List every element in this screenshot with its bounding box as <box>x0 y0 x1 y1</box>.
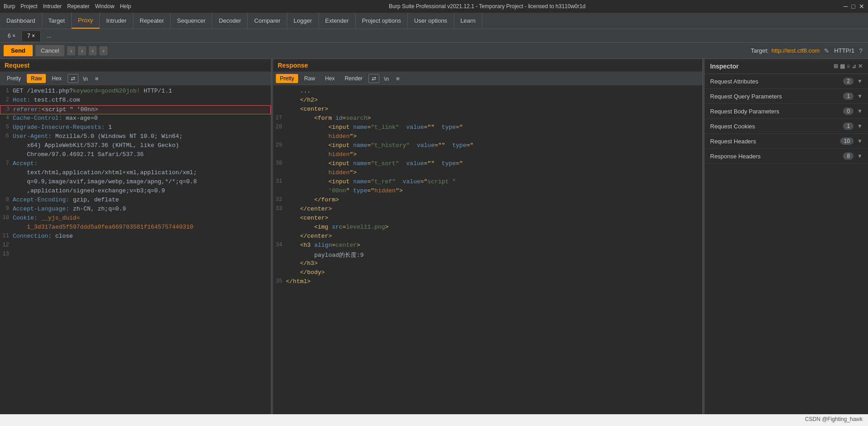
request-line-6b: x64) AppleWebKit/537.36 (KHTML, like Gec… <box>0 142 271 151</box>
response-panel: Response Pretty Raw Hex Render ⇄ \n ≡ ..… <box>273 59 703 414</box>
inspector-icon-align[interactable]: ≡ <box>847 63 850 69</box>
response-tab-hex[interactable]: Hex <box>321 74 338 83</box>
http-version-label: HTTP/1 <box>834 47 854 54</box>
minimize-btn[interactable]: ─ <box>843 3 848 10</box>
resp-line-center2: <center> <box>273 214 702 223</box>
request-tab-hex[interactable]: Hex <box>48 74 65 83</box>
resp-line-body-close: </body> <box>273 269 702 278</box>
response-btn-menu[interactable]: ≡ <box>393 74 402 83</box>
request-line-1: 1 GET /level11.php?keyword=good%20job! H… <box>0 87 271 96</box>
inspector-count-cookies: 1 <box>843 122 853 130</box>
tab-project-options[interactable]: Project options <box>356 13 408 29</box>
tab-proxy[interactable]: Proxy <box>72 13 100 29</box>
resp-line-31b: '00nn" type="hidden"> <box>273 187 702 196</box>
tab-decoder[interactable]: Decoder <box>212 13 248 29</box>
maximize-btn[interactable]: □ <box>852 3 855 10</box>
request-line-6c: Chrome/97.0.4692.71 Safari/537.36 <box>0 151 271 160</box>
menu-burp[interactable]: Burp <box>4 3 15 10</box>
inspector-count-body-params: 0 <box>843 108 853 115</box>
menu-bar: Burp Project Intruder Repeater Window He… <box>4 3 131 10</box>
inspector-label-cookies: Request Cookies <box>710 123 843 130</box>
request-toolbar: Send Cancel ‹ › ‹ › Target: http://test.… <box>0 43 868 59</box>
tab-target[interactable]: Target <box>42 13 72 29</box>
request-line-11: 11 Connection: close <box>0 232 271 241</box>
inspector-row-body-params[interactable]: Request Body Parameters 0 ▼ <box>705 104 868 119</box>
request-line-6a: 6 User-Agent: Mozilla/5.0 (Windows NT 10… <box>0 132 271 142</box>
inspector-icon-grid[interactable]: ⊞ <box>834 63 838 69</box>
target-display: Target: http://test.ctf8.com ✎ HTTP/1 ? <box>750 46 864 55</box>
menu-help[interactable]: Help <box>120 3 131 10</box>
resp-line-h3-close: </h3> <box>273 260 702 269</box>
inspector-label-request-attributes: Request Attributes <box>710 78 843 85</box>
response-btn-newline[interactable]: \n <box>381 74 392 83</box>
menu-project[interactable]: Project <box>20 3 37 10</box>
tab-extender[interactable]: Extender <box>319 13 356 29</box>
request-line-5: 5 Upgrade-Insecure-Requests: 1 <box>0 123 271 132</box>
response-btn-decode[interactable]: ⇄ <box>368 74 379 83</box>
tab-dashboard[interactable]: Dashboard <box>0 13 42 29</box>
menu-intruder[interactable]: Intruder <box>43 3 62 10</box>
inspector-panel: Inspector ⊞ ▦ ≡ ⊿ ✕ Request Attributes 2… <box>705 59 868 414</box>
inspector-chevron-request-headers: ▼ <box>857 138 863 144</box>
tab-comparer[interactable]: Comparer <box>248 13 287 29</box>
menu-repeater[interactable]: Repeater <box>67 3 89 10</box>
nav-back2-button[interactable]: ‹ <box>89 46 97 55</box>
tab-repeater[interactable]: Repeater <box>133 13 171 29</box>
nav-forward-button[interactable]: › <box>78 46 86 55</box>
request-line-7d: ,application/signed-exchange;v=b3;q=0.9 <box>0 187 271 196</box>
inspector-row-response-headers[interactable]: Response Headers 8 ▼ <box>705 149 868 164</box>
nav-forward2-button[interactable]: › <box>99 46 108 55</box>
inspector-icon-expand[interactable]: ⊿ <box>852 63 856 69</box>
request-line-13: 13 <box>0 250 271 260</box>
tab-sequencer[interactable]: Sequencer <box>171 13 212 29</box>
request-btn-newline[interactable]: \n <box>80 74 91 83</box>
request-line-7c: q=0.9,image/avif,image/webp,image/apng,*… <box>0 178 271 187</box>
send-button[interactable]: Send <box>4 45 33 56</box>
menu-window[interactable]: Window <box>95 3 114 10</box>
request-btn-decode[interactable]: ⇄ <box>68 74 78 83</box>
resp-line-32: 32 </form> <box>273 196 702 205</box>
cancel-button[interactable]: Cancel <box>35 45 64 56</box>
inspector-row-cookies[interactable]: Request Cookies 1 ▼ <box>705 119 868 134</box>
inspector-count-request-attributes: 2 <box>843 78 853 85</box>
repeater-tab-more[interactable]: ... <box>41 30 57 41</box>
request-code-editor[interactable]: 1 GET /level11.php?keyword=good%20job! H… <box>0 85 271 414</box>
response-code-editor[interactable]: ... </h2> <center> 27 <form id=search> 2… <box>273 85 702 414</box>
request-btn-menu[interactable]: ≡ <box>93 74 102 83</box>
close-btn[interactable]: ✕ <box>859 3 864 10</box>
resp-line-28b: hidden"> <box>273 132 702 142</box>
response-tab-raw[interactable]: Raw <box>300 74 319 83</box>
repeater-tab-6[interactable]: 6 × <box>2 30 21 41</box>
inspector-row-query-params[interactable]: Request Query Parameters 1 ▼ <box>705 89 868 104</box>
inspector-label-body-params: Request Body Parameters <box>710 108 843 115</box>
resp-line-34: 34 <h3 align=center> <box>273 241 702 250</box>
target-label: Target: <box>750 47 769 54</box>
tab-learn[interactable]: Learn <box>454 13 482 29</box>
request-tab-raw[interactable]: Raw <box>27 74 46 83</box>
response-tab-pretty[interactable]: Pretty <box>276 74 298 83</box>
inspector-row-request-attributes[interactable]: Request Attributes 2 ▼ <box>705 74 868 89</box>
resp-line-29b: hidden"> <box>273 151 702 160</box>
tab-logger[interactable]: Logger <box>287 13 319 29</box>
tab-intruder[interactable]: Intruder <box>100 13 133 29</box>
request-line-10a: 10 Cookie: __yjs_duid= <box>0 214 271 223</box>
inspector-label-response-headers: Response Headers <box>710 153 843 160</box>
response-editor-toolbar: Pretty Raw Hex Render ⇄ \n ≡ <box>273 72 702 85</box>
response-tab-render[interactable]: Render <box>341 74 367 83</box>
http-version-help-button[interactable]: ? <box>857 46 864 55</box>
inspector-chevron-response-headers: ▼ <box>857 153 863 159</box>
inspector-chevron-request-attributes: ▼ <box>857 78 863 84</box>
inspector-icon-close[interactable]: ✕ <box>858 63 863 69</box>
request-tab-pretty[interactable]: Pretty <box>3 74 25 83</box>
resp-line-img: <img src=level11.png> <box>273 223 702 232</box>
tab-user-options[interactable]: User options <box>408 13 454 29</box>
response-panel-title: Response <box>273 59 702 72</box>
inspector-icon-list[interactable]: ▦ <box>840 63 845 69</box>
inspector-row-request-headers[interactable]: Request Headers 10 ▼ <box>705 134 868 149</box>
nav-back-button[interactable]: ‹ <box>67 46 75 55</box>
inspector-title: Inspector ⊞ ▦ ≡ ⊿ ✕ <box>705 59 868 74</box>
inspector-count-response-headers: 8 <box>843 152 853 160</box>
repeater-tab-7[interactable]: 7 × <box>21 30 41 41</box>
edit-target-button[interactable]: ✎ <box>822 46 831 55</box>
window-controls: ─ □ ✕ <box>843 3 864 10</box>
